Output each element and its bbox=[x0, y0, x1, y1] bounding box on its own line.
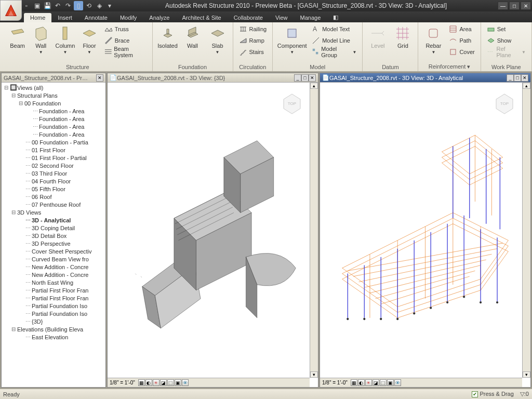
slab-button[interactable]: Slab▼ bbox=[206, 23, 230, 56]
maximize-button[interactable]: □ bbox=[509, 2, 520, 10]
close-icon[interactable]: ✕ bbox=[309, 74, 316, 82]
tree-item[interactable]: ⊟Elevations (Building Eleva bbox=[3, 325, 104, 333]
brace-button[interactable]: Brace bbox=[102, 35, 149, 46]
component-button[interactable]: Component▼ bbox=[276, 23, 308, 56]
tab-insert[interactable]: Insert bbox=[51, 13, 78, 22]
filter-control[interactable]: ▽:0 bbox=[520, 391, 529, 397]
model-line-button[interactable]: Model Line bbox=[309, 35, 359, 46]
sync-icon[interactable]: ⟲ bbox=[84, 1, 94, 10]
beam-button[interactable]: Beam bbox=[6, 23, 29, 50]
browser-close-icon[interactable]: ✕ bbox=[96, 74, 103, 82]
tree-item[interactable]: ⋯{3D} bbox=[3, 317, 104, 325]
view-left-canvas[interactable]: TOP bbox=[108, 83, 318, 387]
shadows-icon[interactable]: ◪ bbox=[160, 379, 167, 386]
tree-item[interactable]: ⋯Foundation - Area bbox=[3, 115, 104, 123]
tree-item[interactable]: ⋯Cover Sheet Perspectiv bbox=[3, 247, 104, 255]
stairs-button[interactable]: Stairs bbox=[236, 46, 270, 58]
panel-reinforcement-label[interactable]: Reinforcement ▾ bbox=[421, 62, 477, 71]
area-button[interactable]: Area bbox=[446, 23, 477, 35]
grid-button[interactable]: Grid bbox=[391, 23, 415, 50]
tab-home[interactable]: Home bbox=[24, 13, 51, 22]
tab-analyze[interactable]: Analyze bbox=[143, 13, 176, 22]
shadows-icon[interactable]: ◪ bbox=[373, 379, 379, 386]
tab-extras-icon[interactable]: ◧ bbox=[327, 12, 344, 22]
viewcube-icon[interactable]: TOP bbox=[276, 88, 308, 119]
model-text-button[interactable]: AModel Text bbox=[309, 23, 359, 35]
tree-root[interactable]: Views (all) bbox=[17, 85, 44, 91]
close-button[interactable]: ✕ bbox=[521, 2, 531, 10]
set-button[interactable]: Set bbox=[484, 23, 528, 35]
show-button[interactable]: Show bbox=[484, 35, 528, 46]
crop-visible-icon[interactable]: ▣ bbox=[175, 379, 181, 386]
press-drag-toggle[interactable]: ✔ Press & Drag bbox=[472, 391, 513, 397]
tree-item[interactable]: ⋯01 First Floor bbox=[3, 146, 104, 154]
detail-level-icon[interactable]: ▦ bbox=[351, 379, 357, 386]
tree-item[interactable]: ⋯Foundation - Area bbox=[3, 123, 104, 130]
wall-button[interactable]: Wall▼ bbox=[30, 23, 52, 56]
application-menu-button[interactable] bbox=[0, 0, 22, 21]
tab-manage[interactable]: Manage bbox=[294, 13, 327, 22]
tree-item[interactable]: ⋯Foundation - Area bbox=[3, 107, 104, 115]
visual-style-icon[interactable]: ◐ bbox=[358, 379, 365, 386]
tree-item[interactable]: ⋯01 First Floor - Partial bbox=[3, 154, 104, 162]
tab-collaborate[interactable]: Collaborate bbox=[228, 13, 269, 22]
crop-icon[interactable]: ⬚ bbox=[167, 379, 174, 386]
tree-item[interactable]: ⋯East Elevation bbox=[3, 333, 104, 341]
tab-view[interactable]: View bbox=[269, 13, 294, 22]
maximize-icon[interactable]: □ bbox=[514, 74, 521, 82]
tree-item[interactable]: ⋯05 Fifth Floor bbox=[3, 185, 104, 193]
tree-item[interactable]: ⋯3D Perspective bbox=[3, 240, 104, 247]
minimize-icon[interactable]: _ bbox=[294, 74, 301, 82]
tree-item[interactable]: ⋯07 Penthouse Roof bbox=[3, 201, 104, 208]
minimize-icon[interactable]: _ bbox=[507, 74, 514, 82]
tree-item[interactable]: ⊟00 Foundation bbox=[3, 99, 104, 107]
tree-item[interactable]: ⋯Partial First Floor Fran bbox=[3, 286, 104, 294]
tree-item[interactable]: ⊟Structural Plans bbox=[3, 91, 104, 99]
3d-icon[interactable]: ◈ bbox=[95, 1, 104, 10]
tree-item[interactable]: ⋯North East Wing bbox=[3, 278, 104, 286]
tree-item[interactable]: ⋯3D Coping Detail bbox=[3, 224, 104, 232]
beam-system-button[interactable]: Beam System bbox=[102, 46, 149, 58]
rebar-button[interactable]: Rebar▼ bbox=[421, 23, 445, 56]
isolated-button[interactable]: Isolated bbox=[156, 23, 180, 50]
view-scale[interactable]: 1/8" = 1'-0" bbox=[110, 380, 135, 385]
tree-item[interactable]: ⋯03 Third Floor bbox=[3, 169, 104, 177]
tree-item[interactable]: ⋯3D Detail Box bbox=[3, 232, 104, 240]
view-right-title[interactable]: 📄 GASAI_Structure_2008.rvt - 3D View: 3D… bbox=[320, 73, 530, 83]
detail-level-icon[interactable]: ▦ bbox=[138, 379, 145, 386]
scrollbar-vertical[interactable] bbox=[522, 83, 530, 378]
close-icon[interactable]: ✕ bbox=[521, 74, 528, 82]
sun-path-icon[interactable]: ☀ bbox=[365, 379, 372, 386]
cursor-icon[interactable]: ▯ bbox=[74, 1, 83, 10]
tree-item[interactable]: ⋯02 Second Floor bbox=[3, 162, 104, 169]
ramp-button[interactable]: Ramp bbox=[236, 35, 270, 46]
scrollbar-vertical[interactable] bbox=[310, 83, 318, 378]
crop-icon[interactable]: ⬚ bbox=[380, 379, 387, 386]
view-left-title[interactable]: 📄 GASAI_Structure_2008.rvt - 3D View: {3… bbox=[108, 73, 318, 83]
tree-item[interactable]: ⋯Partial Foundation Iso bbox=[3, 302, 104, 310]
tree-item[interactable]: ⋯3D - Analytical bbox=[3, 216, 104, 224]
viewcube-icon[interactable]: TOP bbox=[489, 88, 520, 119]
tree-item[interactable]: ⋯04 Fourth Floor bbox=[3, 177, 104, 185]
hide-isolate-icon[interactable]: 👁 bbox=[182, 379, 189, 386]
tab-modify[interactable]: Modify bbox=[114, 13, 143, 22]
railing-button[interactable]: Railing bbox=[236, 23, 270, 35]
undo-icon[interactable]: ↶ bbox=[53, 1, 62, 10]
tab-architect-site[interactable]: Architect & Site bbox=[176, 13, 227, 22]
visual-style-icon[interactable]: ◐ bbox=[145, 379, 152, 386]
column-button[interactable]: Column▼ bbox=[53, 23, 77, 56]
tree-item[interactable]: ⋯Foundation - Area bbox=[3, 130, 104, 138]
tab-annotate[interactable]: Annotate bbox=[78, 13, 114, 22]
truss-button[interactable]: Truss bbox=[102, 23, 149, 35]
tree-item[interactable]: ⋯Curved Beam View fro bbox=[3, 255, 104, 263]
sun-path-icon[interactable]: ☀ bbox=[153, 379, 159, 386]
view-right-canvas[interactable]: TOP bbox=[320, 83, 530, 387]
save-icon[interactable]: 💾 bbox=[43, 1, 52, 10]
new-icon[interactable]: ▫ bbox=[22, 1, 31, 10]
path-button[interactable]: Path bbox=[446, 35, 477, 46]
cover-button[interactable]: Cover bbox=[446, 46, 477, 58]
tree-item[interactable]: ⊟3D Views bbox=[3, 208, 104, 216]
minimize-button[interactable]: — bbox=[498, 2, 508, 10]
tree-item[interactable]: ⋯New Addition - Concre bbox=[3, 263, 104, 271]
qat-dropdown-icon[interactable]: ▾ bbox=[105, 1, 114, 10]
